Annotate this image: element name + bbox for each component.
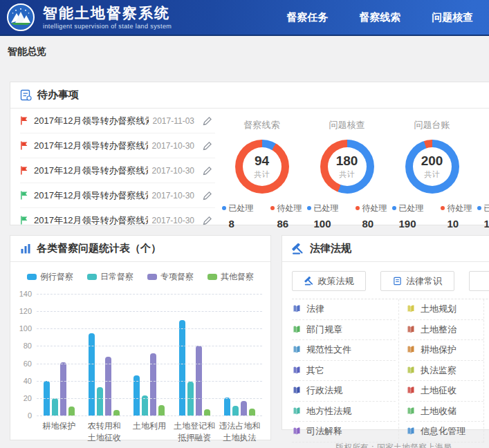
book-icon — [393, 277, 402, 286]
law-category-button[interactable]: 法律常识 — [380, 271, 454, 291]
bar[interactable] — [105, 357, 111, 416]
bar[interactable] — [249, 409, 255, 416]
legend-dot-icon — [441, 206, 445, 210]
donut-legend: 已处理175待处理 — [474, 203, 489, 230]
edit-icon[interactable] — [203, 141, 212, 151]
nav-item[interactable]: 问题核查 — [421, 0, 484, 35]
law-link[interactable]: 土地收储 — [406, 402, 483, 422]
law-link[interactable]: 司法解释 — [292, 422, 396, 442]
donut-legend-value: 8 — [222, 218, 254, 230]
donut-ring[interactable]: 200共计 — [405, 140, 459, 194]
bar[interactable] — [241, 401, 247, 416]
y-axis-label: 60 — [24, 360, 32, 368]
bar[interactable] — [60, 362, 66, 416]
donut-total-value: 94 — [255, 154, 269, 167]
legend-dot-icon — [307, 206, 311, 210]
law-column: 法律部门规章规范性文件其它行政法规地方性法规司法解释 — [292, 299, 399, 442]
law-category-button[interactable] — [469, 271, 489, 291]
legend-dot-icon — [270, 206, 275, 210]
law-category-button[interactable]: 政策法规 — [292, 271, 366, 291]
bar[interactable] — [232, 406, 239, 416]
bar-legend-item[interactable]: 例行督察 — [27, 271, 73, 283]
donut-ring[interactable]: 94共计 — [235, 140, 289, 194]
bar-chart-icon — [20, 243, 31, 254]
bar[interactable] — [97, 387, 103, 416]
nav-item[interactable]: 督察任务 — [275, 0, 339, 35]
todo-item[interactable]: 2017年12月领导转办督察线索2017-10-30 — [20, 158, 215, 183]
todo-item[interactable]: 2017年12月领导转办督察线索2017-10-30 — [20, 133, 215, 158]
law-link-label: 其它 — [306, 364, 324, 377]
edit-icon[interactable] — [203, 166, 212, 176]
law-link[interactable]: 法律 — [292, 299, 396, 320]
law-link[interactable]: 土地规划 — [406, 299, 483, 320]
nav-menu: 督察任务督察线索问题核查问题台账 — [275, 0, 489, 35]
edit-icon[interactable] — [203, 191, 212, 200]
bar-chart-plot: 020406080100120140 — [37, 294, 262, 416]
legend-swatch-icon — [87, 274, 97, 280]
bar[interactable] — [52, 398, 58, 416]
law-button-label: 政策法规 — [318, 275, 354, 288]
bar-chart-header: 各类督察问题统计表（个） — [10, 236, 270, 262]
law-card-header: 法律法规 — [282, 236, 489, 262]
donut-legend-label: 已处理 — [307, 203, 339, 214]
gridline — [37, 398, 262, 399]
donut-legend-value: 80 — [356, 218, 387, 230]
donut-ring[interactable]: 180共计 — [320, 140, 374, 194]
bar[interactable] — [150, 353, 156, 416]
edit-icon[interactable] — [203, 216, 212, 225]
law-link[interactable]: 其它 — [292, 361, 396, 382]
bar-legend-item[interactable]: 其他督察 — [207, 271, 254, 283]
law-link[interactable]: 耕地保护 — [406, 340, 483, 361]
bar[interactable] — [68, 407, 75, 416]
book-icon — [292, 427, 302, 436]
donut-legend-item: 已处理100 — [307, 203, 339, 230]
bar[interactable] — [224, 398, 230, 416]
law-link[interactable]: 土地征收 — [406, 381, 483, 402]
todo-item[interactable]: 2017年12月领导转办督察线索2017-10-30 — [20, 208, 215, 233]
flag-icon — [20, 116, 29, 125]
bar[interactable] — [113, 410, 120, 416]
book-icon — [406, 427, 416, 436]
bar[interactable] — [158, 405, 165, 416]
donut-legend-value: 100 — [307, 218, 339, 230]
law-link[interactable]: 土地整治 — [406, 320, 483, 341]
todo-item[interactable]: 2017年12月领导转办督察线索2017-11-03 — [20, 109, 215, 133]
law-link[interactable]: 部门规章 — [292, 320, 396, 341]
donut-title: 督察线索 — [219, 119, 304, 131]
law-link[interactable]: 信息化管理 — [406, 422, 483, 442]
law-link[interactable]: 规范性文件 — [292, 340, 396, 361]
bar-chart-x-labels: 耕地保护农转用和土地征收土地利用土地登记和抵押融资违法占地和土地执法 — [37, 420, 262, 445]
donut-legend-label: 已处理 — [392, 203, 424, 214]
bar-legend-item[interactable]: 专项督察 — [147, 271, 194, 283]
bar[interactable] — [133, 375, 140, 416]
donut-center: 94共计 — [243, 147, 282, 186]
bar[interactable] — [204, 409, 210, 416]
copyright-footer: 版权所有：国家土地督察上海局 — [293, 442, 489, 448]
legend-swatch-icon — [207, 274, 217, 280]
todo-list-icon — [20, 89, 32, 101]
law-link[interactable]: 行政法规 — [292, 381, 396, 402]
edit-icon[interactable] — [203, 116, 212, 126]
donut-center: 180共计 — [328, 147, 367, 186]
app-window: 智能土地督察系统 intelligent supervision of stat… — [0, 0, 489, 448]
donut-legend-label: 已处理 — [222, 203, 254, 214]
law-card-title: 法律法规 — [310, 242, 351, 255]
law-buttons: 政策法规法律常识 — [282, 262, 489, 299]
law-link[interactable]: 执法监察 — [406, 361, 483, 382]
law-link[interactable]: 地方性法规 — [292, 402, 396, 422]
todo-item[interactable]: 2017年12月领导转办督察线索2017-10-30 — [20, 183, 215, 208]
donut-legend-label: 待处理 — [356, 203, 387, 214]
donut-legend-item: 待处理10 — [441, 203, 472, 230]
x-axis-label: 土地登记和抵押融资 — [172, 420, 217, 445]
bar[interactable] — [179, 320, 185, 416]
law-card: 法律法规 政策法规法律常识 法律部门规章规范性文件其它行政法规地方性法规司法解释… — [282, 235, 489, 430]
bar-group — [224, 398, 255, 416]
donut-legend-item: 已处理175 — [477, 203, 489, 230]
book-icon — [406, 407, 416, 416]
bar-legend-item[interactable]: 日常督察 — [87, 271, 133, 283]
book-icon — [292, 304, 302, 314]
y-axis-label: 100 — [19, 324, 32, 333]
nav-item[interactable]: 督察线索 — [348, 0, 412, 35]
todo-card: 待办事项 2017年12月领导转办督察线索2017-11-032017年12月领… — [10, 82, 489, 225]
donut-legend-item: 待处理80 — [356, 203, 387, 230]
